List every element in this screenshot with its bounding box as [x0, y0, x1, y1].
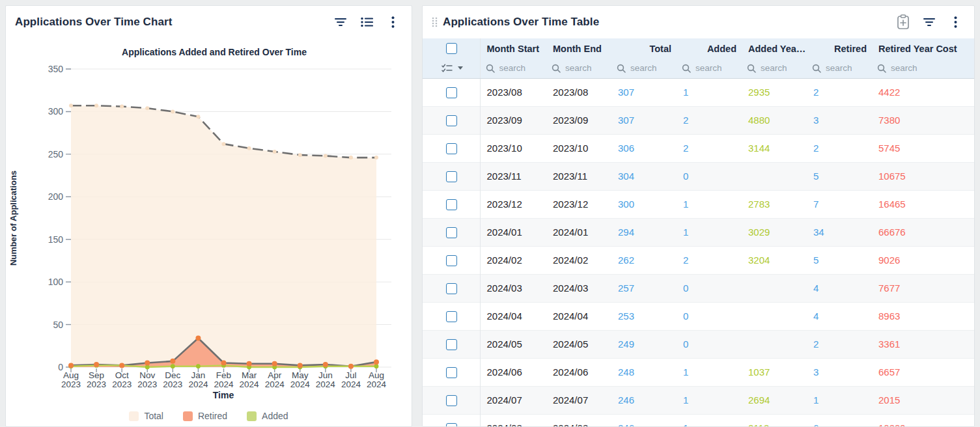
row-checkbox[interactable]: [446, 171, 457, 182]
row-checkbox[interactable]: [446, 87, 457, 98]
filter-icon[interactable]: [922, 15, 936, 29]
total-point[interactable]: [171, 109, 175, 113]
cell-retired: 34: [807, 218, 872, 246]
search-input-column-4[interactable]: [695, 63, 736, 73]
kebab-menu-icon[interactable]: [948, 15, 962, 29]
search-icon: [747, 64, 756, 73]
table-row[interactable]: 2024/062024/062481103736657: [423, 358, 975, 386]
x-tick-label: Dec2023: [163, 370, 182, 389]
search-input-column-7[interactable]: [891, 63, 958, 73]
retired-point[interactable]: [221, 360, 227, 365]
cell-added-yea: 2694: [742, 386, 807, 414]
column-header-added-yea[interactable]: Added Yea…: [742, 38, 807, 59]
chart-panel-title: Applications Over Time Chart: [15, 16, 173, 29]
total-point[interactable]: [247, 146, 251, 150]
total-point[interactable]: [196, 115, 200, 118]
cell-added: 1: [677, 218, 742, 246]
added-point[interactable]: [196, 364, 201, 368]
kebab-menu-icon[interactable]: [385, 15, 400, 29]
retired-point[interactable]: [374, 359, 379, 365]
search-input-column-1[interactable]: [499, 63, 540, 73]
legend-item-total[interactable]: Total: [129, 411, 163, 421]
table-row[interactable]: 2024/072024/072461269412015: [423, 386, 975, 414]
column-header-retired-year-cost[interactable]: Retired Year Cost: [872, 38, 975, 59]
total-point[interactable]: [69, 103, 73, 107]
retired-point[interactable]: [145, 360, 150, 365]
table-row[interactable]: 2023/122023/1230012783716465: [423, 190, 975, 218]
total-point[interactable]: [222, 142, 226, 146]
cell-month-end: 2023/12: [546, 190, 611, 218]
table-row[interactable]: 2023/092023/093072488037380: [423, 106, 975, 134]
column-header-month-end[interactable]: Month End: [546, 38, 611, 59]
legend-item-retired[interactable]: Retired: [183, 411, 227, 421]
retired-point[interactable]: [348, 364, 354, 369]
cell-retired-year-cost: 7380: [872, 106, 975, 134]
retired-point[interactable]: [247, 361, 252, 366]
clipboard-add-icon[interactable]: [896, 15, 910, 29]
row-checkbox[interactable]: [446, 423, 457, 427]
row-checkbox[interactable]: [446, 255, 457, 266]
retired-point[interactable]: [272, 361, 277, 366]
row-checkbox[interactable]: [446, 395, 457, 406]
total-point[interactable]: [349, 156, 353, 159]
total-point[interactable]: [324, 154, 328, 158]
list-icon[interactable]: [359, 15, 374, 29]
table-row[interactable]: 2023/112023/113040510675: [423, 162, 975, 190]
row-checkbox[interactable]: [446, 115, 457, 126]
applications-over-time-chart: Applications Added and Retired Over Time…: [6, 38, 412, 411]
retired-point[interactable]: [119, 363, 124, 368]
legend-item-added[interactable]: Added: [247, 411, 288, 421]
table-row[interactable]: 2024/052024/05249023361: [423, 330, 975, 358]
column-header-retired[interactable]: Retired: [807, 38, 872, 59]
row-checkbox[interactable]: [446, 311, 457, 322]
row-checkbox[interactable]: [446, 227, 457, 238]
row-checkbox[interactable]: [446, 199, 457, 210]
total-point[interactable]: [374, 156, 378, 159]
total-point[interactable]: [120, 105, 124, 109]
column-header-total[interactable]: Total: [611, 38, 677, 59]
table-row[interactable]: 2024/082024/0824612113610339: [423, 414, 975, 427]
filter-icon[interactable]: [333, 15, 348, 29]
cell-month-start: 2023/12: [480, 190, 546, 218]
row-checkbox[interactable]: [446, 283, 457, 294]
table-row[interactable]: 2024/032024/03257047677: [423, 274, 975, 302]
table-row[interactable]: 2024/042024/04253048963: [423, 302, 975, 330]
column-header-added[interactable]: Added: [677, 38, 742, 59]
added-point[interactable]: [171, 364, 175, 368]
row-checkbox[interactable]: [446, 143, 457, 154]
search-input-column-3[interactable]: [630, 63, 671, 73]
table-row[interactable]: 2023/082023/083071293524422: [423, 78, 975, 106]
retired-point[interactable]: [94, 362, 99, 367]
cell-retired: 1: [807, 386, 872, 414]
table-row[interactable]: 2024/022024/022622320459026: [423, 246, 975, 274]
search-input-column-2[interactable]: [565, 63, 606, 73]
total-point[interactable]: [94, 103, 98, 107]
cell-retired: 2: [807, 330, 872, 358]
drag-handle-icon[interactable]: [432, 17, 438, 27]
column-header-month-start[interactable]: Month Start: [480, 38, 546, 59]
row-checkbox[interactable]: [446, 339, 457, 350]
added-point[interactable]: [145, 365, 150, 370]
table-row[interactable]: 2023/102023/103062314425745: [423, 134, 975, 162]
row-checkbox[interactable]: [446, 367, 457, 378]
retired-point[interactable]: [195, 336, 201, 341]
cell-total: 249: [611, 330, 677, 358]
table-row[interactable]: 2024/012024/01294130293466676: [423, 218, 975, 246]
total-point[interactable]: [145, 106, 149, 110]
search-cell: [872, 59, 975, 78]
retired-point[interactable]: [298, 363, 303, 368]
added-point[interactable]: [374, 364, 379, 368]
retired-point[interactable]: [170, 359, 175, 364]
retired-point[interactable]: [68, 363, 74, 368]
search-input-column-6[interactable]: [826, 63, 866, 73]
retired-point[interactable]: [323, 362, 328, 367]
select-all-checkbox[interactable]: [446, 43, 457, 54]
total-point[interactable]: [273, 150, 277, 154]
cell-total: 307: [611, 78, 677, 106]
total-point[interactable]: [298, 153, 302, 157]
column-select-icon[interactable]: [441, 64, 453, 73]
x-tick-label: Jan2024: [188, 370, 208, 389]
x-tick-label: Aug2023: [61, 370, 81, 389]
chevron-down-icon[interactable]: [458, 66, 463, 70]
search-input-column-5[interactable]: [761, 63, 801, 73]
